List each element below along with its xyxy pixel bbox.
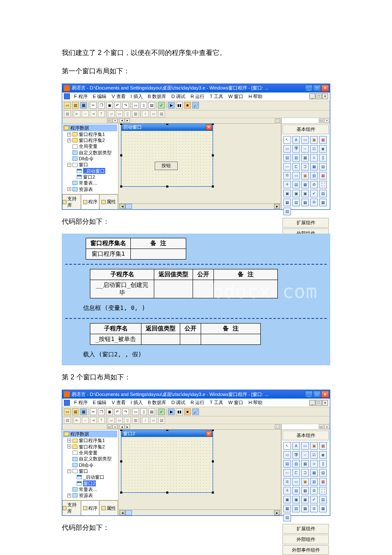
panel-comp-icon[interactable]: ⊐ bbox=[301, 469, 309, 477]
progress-comp-icon[interactable]: ▭ bbox=[292, 478, 300, 486]
comp-35-icon[interactable]: ▤ bbox=[319, 190, 327, 197]
tree-node[interactable]: −窗口 bbox=[63, 162, 117, 168]
button-comp-icon[interactable]: ▣ bbox=[310, 442, 318, 450]
palette-cat-basic[interactable]: 基本组件 bbox=[282, 431, 329, 440]
mdi-minimize[interactable]: _ bbox=[309, 400, 315, 406]
combobox-comp-icon[interactable]: ▥ bbox=[292, 154, 300, 162]
menu-run[interactable]: R 运行 bbox=[188, 399, 207, 406]
align-4-icon[interactable]: ⇥ bbox=[90, 417, 97, 424]
tool-paste-icon[interactable]: ▣ bbox=[106, 102, 113, 109]
listview-comp-icon[interactable]: ▦ bbox=[301, 460, 309, 468]
align-3-icon[interactable]: ↔ bbox=[82, 110, 89, 117]
menu-help[interactable]: H 帮助 bbox=[246, 93, 265, 100]
palette-cat-external[interactable]: 外部组件 bbox=[282, 535, 329, 544]
align-5-icon[interactable]: ⇡ bbox=[98, 417, 105, 424]
scroll-comp-icon[interactable]: ≡ bbox=[310, 460, 318, 468]
comp-26-icon[interactable]: ⚘ bbox=[283, 487, 291, 494]
align-1-icon[interactable]: ▤ bbox=[64, 110, 71, 117]
tab-support[interactable]: 支持库 bbox=[62, 194, 81, 209]
design-button[interactable]: 按钮 bbox=[155, 162, 178, 170]
tool-stop-icon[interactable]: ■ bbox=[184, 102, 191, 109]
comp-36-icon[interactable]: ▦ bbox=[283, 199, 291, 206]
timer-comp-icon[interactable]: ⧉ bbox=[283, 172, 291, 179]
palette-cat-ext[interactable]: 扩展组件 bbox=[282, 218, 329, 228]
tool-find-icon[interactable]: 🔎 bbox=[192, 408, 199, 415]
palette-close-icon[interactable]: × bbox=[324, 425, 329, 429]
tree-node[interactable]: +窗口程序集1 bbox=[63, 437, 117, 443]
tool-paste-icon[interactable]: ▣ bbox=[106, 408, 113, 415]
comp-35-icon[interactable]: ▤ bbox=[319, 496, 327, 503]
horizontal-scrollbar[interactable]: ◂ ▸ bbox=[118, 203, 281, 209]
menu-run[interactable]: R 运行 bbox=[188, 93, 207, 100]
tool-win3-icon[interactable]: ▤ bbox=[148, 408, 155, 415]
tool-cut-icon[interactable]: ✂ bbox=[90, 102, 97, 109]
comp-40-icon[interactable]: ▦ bbox=[319, 505, 327, 512]
tool-compile-icon[interactable]: ✓ bbox=[158, 102, 165, 109]
treeview-comp-icon[interactable]: ▤ bbox=[319, 469, 327, 477]
tool-find-icon[interactable]: 🔎 bbox=[192, 102, 199, 109]
hsep-comp-icon[interactable]: — bbox=[283, 469, 291, 477]
vsep-comp-icon[interactable]: ⊏ bbox=[292, 163, 300, 171]
tool-copy-icon[interactable]: ❐ bbox=[98, 408, 105, 415]
minimize-button[interactable]: _ bbox=[305, 391, 313, 398]
grid-comp-icon[interactable]: ▦ bbox=[310, 469, 318, 477]
align-11-icon[interactable]: ▭ bbox=[150, 110, 157, 117]
timer-comp-icon[interactable]: ⧉ bbox=[283, 478, 291, 486]
designer-prev-icon[interactable]: ◂ bbox=[119, 425, 124, 429]
tree-node[interactable]: +窗口程序集1 bbox=[63, 131, 117, 137]
image-comp-icon[interactable]: ▦ bbox=[319, 136, 327, 144]
palette-cat-ext[interactable]: 扩展组件 bbox=[282, 524, 329, 534]
tree-node[interactable]: 全局变量 bbox=[63, 143, 117, 149]
scroll-right-icon[interactable]: ▸ bbox=[274, 510, 280, 515]
comp-24-icon[interactable]: ▥ bbox=[310, 172, 318, 179]
designer-prev-icon[interactable]: ◂ bbox=[119, 119, 124, 123]
designer-next-icon[interactable]: ▸ bbox=[125, 119, 130, 123]
tool-undo-icon[interactable]: ↶ bbox=[114, 102, 121, 109]
comp-34-icon[interactable]: ✔ bbox=[310, 496, 318, 503]
comp-32-icon[interactable]: ▣ bbox=[292, 496, 300, 503]
comp-37-icon[interactable]: ▤ bbox=[292, 199, 300, 206]
tool-win2-icon[interactable]: ▯ bbox=[140, 102, 147, 109]
tree-node[interactable]: 全局变量 bbox=[63, 450, 117, 456]
label-comp-icon[interactable]: A bbox=[292, 136, 300, 144]
horizontal-scrollbar[interactable]: ◂ ▸ bbox=[118, 509, 281, 515]
comp-27-icon[interactable]: ▤ bbox=[292, 181, 300, 188]
frame-comp-icon[interactable]: ▭ bbox=[283, 451, 291, 459]
align-9-icon[interactable]: ▥ bbox=[132, 110, 139, 117]
scrollv-comp-icon[interactable]: ∥ bbox=[319, 154, 327, 162]
project-tree[interactable]: 程序数据 +窗口程序集1 +窗口程序集2 全局变量 自定义数据类型 Dll命令 … bbox=[62, 124, 118, 194]
listbox-comp-icon[interactable]: ▤ bbox=[283, 460, 291, 468]
tree-node-selected[interactable]: 窗口2 bbox=[63, 480, 117, 486]
scroll-left-icon[interactable]: ◂ bbox=[119, 510, 125, 515]
comp-25-icon[interactable]: ▦ bbox=[319, 478, 327, 486]
mdi-close[interactable]: × bbox=[322, 400, 328, 406]
tree-node[interactable]: −窗口 bbox=[63, 468, 117, 474]
tool-save-icon[interactable]: ▦ bbox=[80, 408, 87, 415]
mdi-minimize[interactable]: _ bbox=[309, 93, 315, 99]
pointer-icon[interactable]: ↖ bbox=[283, 136, 291, 144]
scroll-thumb[interactable] bbox=[125, 204, 132, 209]
combobox-comp-icon[interactable]: ▥ bbox=[292, 460, 300, 468]
form-close-icon[interactable]: × bbox=[206, 431, 212, 436]
progress-comp-icon[interactable]: ▭ bbox=[292, 172, 300, 179]
align-6-icon[interactable]: ▱ bbox=[108, 110, 115, 117]
comp-33-icon[interactable]: ▣ bbox=[301, 190, 309, 197]
align-12-icon[interactable]: ▤ bbox=[158, 110, 165, 117]
tool-win1-icon[interactable]: ▭ bbox=[132, 408, 139, 415]
palette-cat-extevt[interactable]: 外部事件组件 bbox=[282, 545, 329, 555]
tree-node[interactable]: _启动窗口 bbox=[63, 474, 117, 480]
hsep-comp-icon[interactable]: — bbox=[283, 163, 291, 171]
tool-pause-icon[interactable]: ▮▮ bbox=[176, 408, 183, 415]
tool-undo-icon[interactable]: ↶ bbox=[114, 408, 121, 415]
comp-26-icon[interactable]: ⚘ bbox=[283, 181, 291, 188]
comp-31-icon[interactable]: ▣ bbox=[283, 190, 291, 197]
scrollv-comp-icon[interactable]: ∥ bbox=[319, 460, 327, 468]
menu-debug[interactable]: D 调试 bbox=[169, 399, 188, 406]
menu-file[interactable]: F 程序 bbox=[72, 93, 90, 100]
comp-40-icon[interactable]: ▦ bbox=[319, 199, 327, 206]
menu-debug[interactable]: D 调试 bbox=[169, 93, 188, 100]
comp-36-icon[interactable]: ▦ bbox=[283, 505, 291, 512]
radio-comp-icon[interactable]: ◉ bbox=[319, 145, 327, 153]
tool-compile-icon[interactable]: ✓ bbox=[158, 408, 165, 415]
tree-node-selected[interactable]: _启动窗口 bbox=[63, 168, 117, 174]
